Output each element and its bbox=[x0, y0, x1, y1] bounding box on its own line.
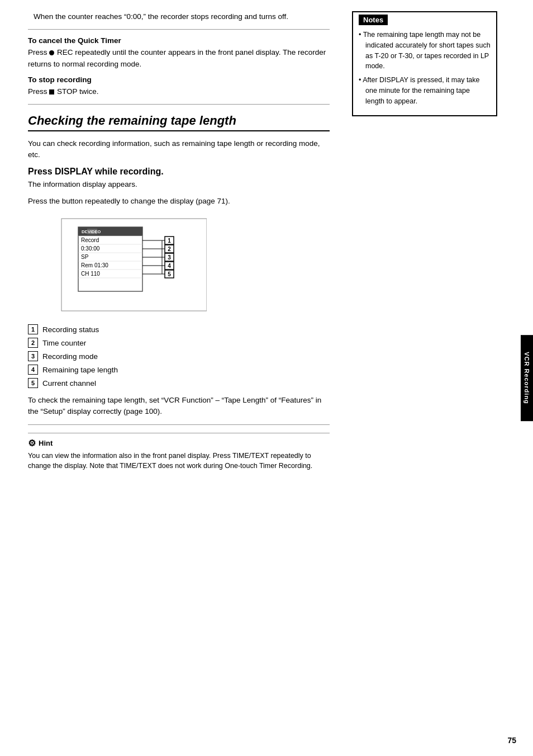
section-intro: You can check recording information, suc… bbox=[28, 138, 330, 161]
display-diagram-container: DD VIDEO Record 0:30:00 SP Rem 01:30 CH … bbox=[34, 216, 330, 315]
divider-3 bbox=[28, 424, 330, 425]
num-box-1: 1 bbox=[28, 324, 38, 334]
notes-title: Notes bbox=[359, 15, 388, 25]
cancel-quick-timer-body: Press REC repeatedly until the counter a… bbox=[28, 47, 330, 70]
press-display-line1: The information display appears. bbox=[28, 179, 330, 190]
press-display-heading: Press DISPLAY while recording. bbox=[28, 167, 330, 177]
num-box-5: 5 bbox=[28, 378, 38, 388]
item-5-label: Current channel bbox=[42, 379, 96, 388]
hint-text: You can view the information also in the… bbox=[28, 451, 330, 472]
num-box-3: 3 bbox=[28, 351, 38, 361]
divider-1 bbox=[28, 29, 330, 30]
stop-recording-body: Press STOP twice. bbox=[28, 86, 330, 97]
svg-text:5: 5 bbox=[168, 271, 171, 277]
stop-icon bbox=[49, 89, 54, 94]
press-display-line2: Press the button repeatedly to change th… bbox=[28, 196, 330, 207]
stop-recording-heading: To stop recording bbox=[28, 75, 330, 84]
list-item-2: 2 Time counter bbox=[28, 338, 330, 348]
rec-icon bbox=[49, 50, 54, 55]
svg-text:3: 3 bbox=[168, 254, 171, 261]
svg-text:0:30:00: 0:30:00 bbox=[81, 245, 100, 252]
svg-text:VIDEO: VIDEO bbox=[88, 229, 101, 234]
item-3-label: Recording mode bbox=[42, 352, 98, 361]
right-column: Notes The remaining tape length may not … bbox=[346, 0, 508, 756]
item-2-label: Time counter bbox=[42, 339, 86, 347]
cancel-quick-timer-section: To cancel the Quick Timer Press REC repe… bbox=[28, 36, 330, 70]
hint-section: ⚙ Hint You can view the information also… bbox=[28, 433, 330, 472]
notes-item-2: After DISPLAY is pressed, it may take on… bbox=[359, 75, 491, 106]
list-item-5: 5 Current channel bbox=[28, 378, 330, 388]
svg-text:SP: SP bbox=[81, 254, 89, 260]
svg-text:Rem 01:30: Rem 01:30 bbox=[81, 262, 108, 268]
list-item-1: 1 Recording status bbox=[28, 324, 330, 334]
notes-item-1: The remaining tape length may not be ind… bbox=[359, 30, 491, 72]
hint-title: ⚙ Hint bbox=[28, 438, 330, 448]
tape-length-note: To check the remaining tape length, set … bbox=[28, 395, 330, 418]
side-tab: VCR Recording bbox=[521, 335, 533, 421]
display-diagram-svg: DD VIDEO Record 0:30:00 SP Rem 01:30 CH … bbox=[34, 216, 207, 314]
item-4-label: Remaining tape length bbox=[42, 366, 118, 374]
svg-text:4: 4 bbox=[168, 263, 171, 269]
intro-text: When the counter reaches “0:00,” the rec… bbox=[28, 11, 330, 22]
num-box-2: 2 bbox=[28, 338, 38, 348]
section-heading: Checking the remaining tape length bbox=[28, 114, 330, 131]
numbered-items-list: 1 Recording status 2 Time counter 3 Reco… bbox=[28, 324, 330, 388]
stop-recording-section: To stop recording Press STOP twice. bbox=[28, 75, 330, 97]
list-item-3: 3 Recording mode bbox=[28, 351, 330, 361]
svg-text:CH 110: CH 110 bbox=[81, 271, 100, 277]
hint-icon: ⚙ bbox=[28, 438, 36, 448]
cancel-quick-timer-heading: To cancel the Quick Timer bbox=[28, 36, 330, 45]
hint-label: Hint bbox=[39, 439, 53, 447]
divider-2 bbox=[28, 104, 330, 105]
page-number: 75 bbox=[507, 736, 516, 745]
item-1-label: Recording status bbox=[42, 325, 99, 334]
svg-text:2: 2 bbox=[168, 246, 171, 252]
num-box-4: 4 bbox=[28, 365, 38, 375]
notes-box: Notes The remaining tape length may not … bbox=[352, 11, 497, 116]
svg-text:1: 1 bbox=[168, 238, 171, 244]
svg-text:Record: Record bbox=[81, 237, 99, 243]
list-item-4: 4 Remaining tape length bbox=[28, 365, 330, 375]
